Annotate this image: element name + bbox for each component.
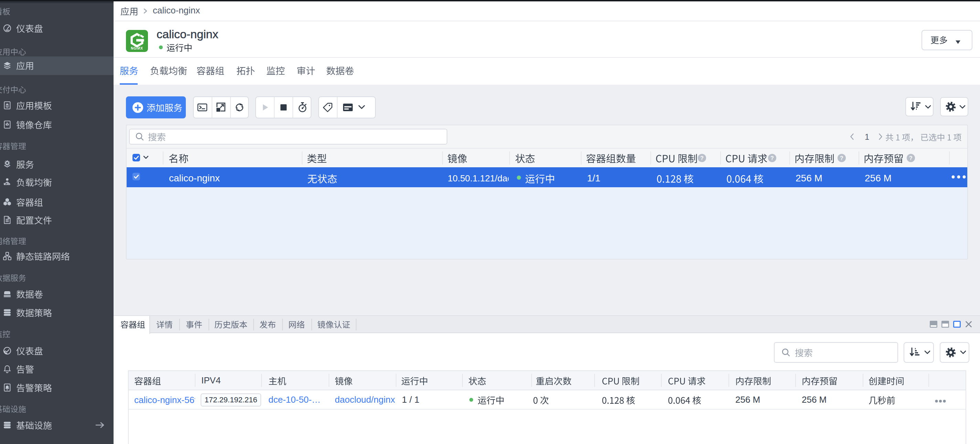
svg-text:?: ? bbox=[840, 155, 843, 161]
svg-text:NGIИX: NGIИX bbox=[131, 46, 143, 50]
svg-text:?: ? bbox=[770, 155, 774, 161]
svg-text:?: ? bbox=[700, 155, 704, 161]
svg-text:?: ? bbox=[909, 155, 913, 161]
